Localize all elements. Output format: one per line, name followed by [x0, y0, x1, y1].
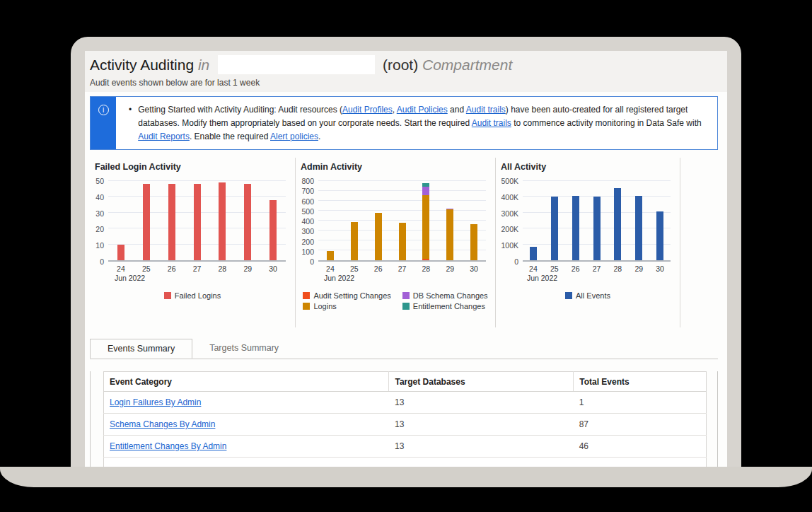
chart-bar	[551, 181, 558, 260]
table-cell	[104, 458, 707, 467]
chart-legend: Failed Logins	[90, 291, 295, 300]
banner-text-segment: .	[318, 132, 320, 141]
table-cell: 13	[389, 414, 574, 436]
y-tick-label: 0	[310, 258, 314, 265]
plot-area	[523, 181, 671, 262]
table-cell: Login Failures By Admin	[104, 392, 389, 414]
y-tick-label: 600	[301, 198, 314, 205]
legend-item: All Events	[565, 291, 610, 300]
legend-swatch	[402, 303, 410, 310]
banner-link[interactable]: Audit trails	[472, 118, 511, 128]
legend-label: Audit Setting Changes	[313, 291, 390, 300]
x-tick-label: 28	[219, 264, 227, 273]
y-tick-label: 0	[100, 258, 104, 265]
y-tick-label: 200	[301, 238, 314, 245]
chart-bar	[117, 181, 124, 260]
tab-targets-summary[interactable]: Targets Summary	[192, 339, 296, 359]
page-title-root: (root)	[383, 57, 418, 73]
chart-bar	[219, 181, 226, 260]
chart-bar	[593, 181, 601, 260]
x-tick-label: 25	[350, 264, 359, 273]
x-tick-label: 28	[422, 264, 431, 273]
bar-segment	[446, 209, 453, 260]
event-category-link[interactable]: Login Failures By Admin	[110, 397, 201, 407]
bar-segment	[399, 223, 406, 260]
legend-label: DB Schema Changes	[413, 291, 488, 300]
legend-label: Entitlement Changes	[413, 302, 485, 310]
table-row: Entitlement Changes By Admin1346	[104, 436, 707, 458]
y-tick-label: 200K	[501, 226, 518, 233]
bar-segment	[470, 224, 477, 260]
compartment-name-redacted	[218, 55, 375, 74]
chart-panel-all-activity: All Activity500K400K300K200K100K024Jun 2…	[496, 158, 680, 327]
x-tick-label: 27	[593, 264, 601, 273]
chart-bar	[244, 181, 251, 260]
chart-bar	[375, 181, 382, 260]
chart-title: Admin Activity	[296, 162, 495, 172]
events-summary-panel: Event CategoryTarget DatabasesTotal Even…	[90, 371, 718, 467]
chart-title: Failed Login Activity	[90, 162, 295, 172]
legend-swatch	[164, 292, 171, 299]
legend-label: All Events	[576, 291, 610, 300]
bar-segment	[269, 200, 277, 260]
x-tick-label: 25	[142, 264, 151, 273]
page-title-compartment: Compartment	[422, 57, 512, 73]
bar-segment	[327, 251, 334, 260]
x-tick-label: 26	[168, 264, 176, 273]
y-tick-label: 300K	[501, 210, 518, 217]
y-tick-label: 100	[301, 248, 314, 255]
x-tick-label: 27	[398, 264, 407, 273]
chart-bar	[327, 181, 334, 260]
legend-swatch	[303, 292, 310, 299]
info-banner-body: • Getting Started with Activity Auditing…	[116, 97, 717, 149]
x-tick-label: 30	[656, 264, 664, 273]
x-tick-label: 29	[243, 264, 252, 273]
chart-bar	[399, 181, 406, 260]
chart-bar	[446, 181, 453, 260]
laptop-base	[0, 467, 812, 487]
y-tick-label: 300	[301, 228, 314, 235]
event-category-link[interactable]: Entitlement Changes By Admin	[110, 441, 226, 451]
y-axis: 8007006005004003002001000	[297, 181, 318, 262]
legend-label: Logins	[313, 302, 336, 310]
page-title: Activity Auditing in (root) Compartment	[90, 54, 727, 76]
table-column-header: Total Events	[574, 372, 707, 392]
bar-segment	[351, 222, 358, 260]
banner-link[interactable]: Alert policies	[270, 132, 318, 141]
bar-segment	[168, 184, 175, 260]
y-axis: 500K400K300K200K100K0	[497, 181, 523, 262]
bullet-marker: •	[129, 103, 132, 144]
bar-segment	[656, 211, 663, 260]
legend-swatch	[565, 292, 572, 299]
chart-legend: Audit Setting ChangesLoginsDB Schema Cha…	[296, 291, 495, 310]
banner-link[interactable]: Audit Profiles	[342, 105, 393, 115]
bar-segment	[530, 247, 537, 260]
chart-bar	[422, 181, 429, 260]
y-tick-label: 500K	[501, 178, 518, 185]
x-tick-label: 26	[374, 264, 383, 273]
banner-link[interactable]: Audit trails	[466, 105, 506, 115]
plot-area	[318, 181, 486, 262]
bar-segment	[551, 197, 558, 260]
banner-link[interactable]: Audit Policies	[397, 105, 448, 115]
legend-item: Failed Logins	[164, 291, 221, 300]
banner-link[interactable]: Audit Reports	[138, 132, 190, 141]
tab-events-summary[interactable]: Events Summary	[90, 339, 192, 359]
banner-text-segment: . Enable the required	[190, 132, 270, 141]
x-tick-label: 29	[446, 264, 454, 273]
bar-segment	[117, 245, 124, 260]
bar-segment	[614, 188, 621, 260]
events-table: Event CategoryTarget DatabasesTotal Even…	[103, 371, 707, 467]
chart-panel-failed-login-activity: Failed Login Activity5040302010024Jun 20…	[90, 158, 296, 327]
table-row: Login Failures By Admin131	[104, 392, 707, 414]
bar-segment	[194, 184, 201, 260]
table-row: Schema Changes By Admin1387	[104, 414, 707, 436]
page-header: Activity Auditing in (root) Compartment …	[85, 51, 727, 92]
bar-segment	[219, 182, 226, 260]
bar-segment	[143, 184, 150, 260]
table-cell: 13	[389, 392, 574, 414]
x-axis: 24Jun 2022252627282930	[108, 264, 286, 284]
chart-title: All Activity	[496, 162, 680, 172]
event-category-link[interactable]: Schema Changes By Admin	[110, 419, 215, 429]
legend-swatch	[303, 303, 310, 310]
